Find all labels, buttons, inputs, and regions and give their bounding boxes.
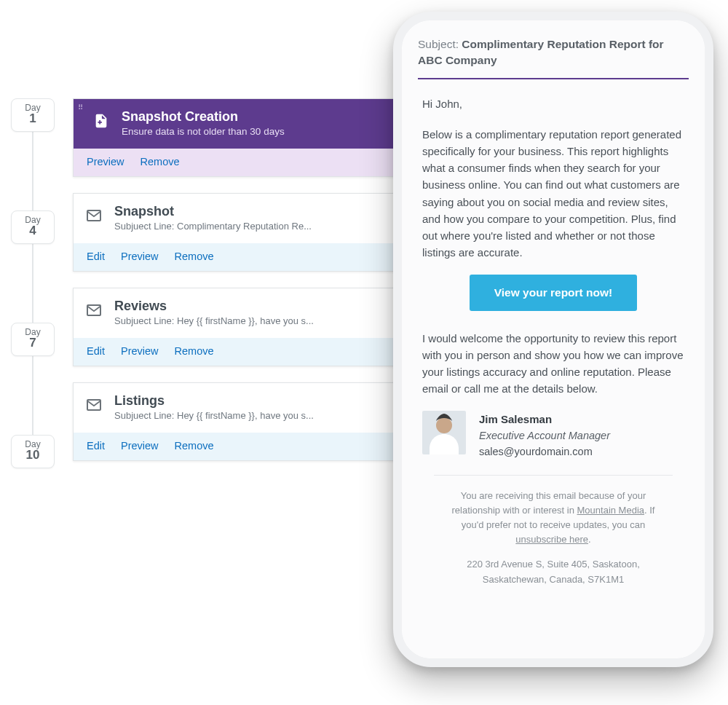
- day-chip: Day 4: [11, 210, 55, 244]
- day-number: 10: [12, 448, 54, 462]
- email-paragraph: Below is a complimentary reputation repo…: [422, 126, 684, 261]
- drag-handle-icon[interactable]: ⠿: [78, 103, 84, 111]
- edit-button[interactable]: Edit: [87, 251, 105, 262]
- email-paragraph: I would welcome the opportunity to revie…: [422, 330, 684, 398]
- signature-role: Executive Account Manager: [479, 428, 610, 444]
- signature-name: Jim Salesman: [479, 411, 610, 428]
- file-plus-icon: [91, 111, 111, 131]
- view-report-button[interactable]: View your report now!: [470, 275, 637, 311]
- email-subject: Subject: Complimentary Reputation Report…: [402, 20, 705, 78]
- day-chip: Day 1: [11, 98, 55, 132]
- footer-text: .: [588, 534, 591, 545]
- email-footer: You are receiving this email because of …: [434, 475, 673, 587]
- day-chip: Day 7: [11, 323, 55, 356]
- footer-address: 220 3rd Avenue S, Suite 405, Saskatoon, …: [443, 557, 664, 586]
- footer-company-link[interactable]: Mountain Media: [577, 505, 645, 516]
- day-number: 7: [12, 336, 54, 350]
- preview-button[interactable]: Preview: [121, 440, 159, 452]
- preview-button[interactable]: Preview: [121, 345, 159, 357]
- signature-email: sales@yourdomain.com: [479, 444, 610, 460]
- remove-button[interactable]: Remove: [175, 440, 214, 452]
- campaign-timeline: Day 1 Day 4 Day 7 Day 10: [7, 98, 58, 468]
- remove-button[interactable]: Remove: [175, 251, 214, 262]
- email-signature: Jim Salesman Executive Account Manager s…: [422, 411, 684, 460]
- remove-button[interactable]: Remove: [175, 345, 214, 357]
- day-chip: Day 10: [11, 435, 55, 468]
- day-number: 4: [12, 224, 54, 238]
- unsubscribe-link[interactable]: unsubscribe here: [515, 534, 588, 545]
- avatar: [422, 411, 466, 454]
- preview-button[interactable]: Preview: [87, 156, 124, 168]
- remove-button[interactable]: Remove: [141, 156, 180, 168]
- preview-button[interactable]: Preview: [121, 251, 159, 262]
- edit-button[interactable]: Edit: [87, 440, 105, 452]
- mail-icon: [84, 205, 104, 226]
- email-greeting: Hi John,: [422, 95, 684, 112]
- subject-label: Subject:: [418, 38, 462, 50]
- svg-point-1: [436, 417, 452, 433]
- edit-button[interactable]: Edit: [87, 345, 105, 357]
- timeline-connector: [32, 120, 33, 452]
- mail-icon: [84, 395, 104, 415]
- day-number: 1: [12, 111, 54, 126]
- email-preview-phone: Subject: Complimentary Reputation Report…: [393, 12, 713, 667]
- mail-icon: [84, 300, 104, 320]
- email-body: Hi John, Below is a complimentary reputa…: [402, 79, 705, 658]
